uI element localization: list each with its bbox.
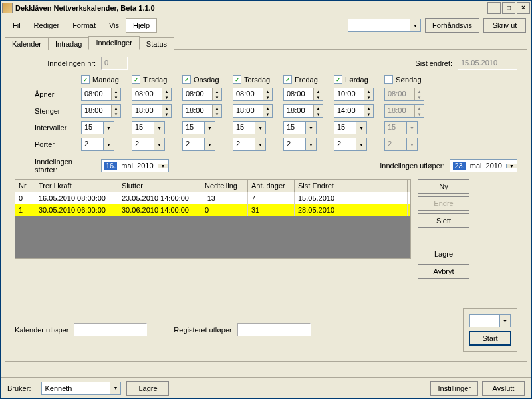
kalender-utloper-field[interactable] (74, 323, 147, 336)
apner-tue[interactable]: 08:00▲▼ (132, 88, 172, 101)
statusbar: Bruker: Kenneth Lagre Instillinger Avslu… (1, 377, 531, 398)
maximize-button[interactable]: □ (502, 2, 515, 14)
status-lagre-button[interactable]: Lagre (126, 381, 169, 396)
minimize-button[interactable]: _ (487, 2, 501, 14)
menu-rediger[interactable]: Rediger (27, 19, 66, 32)
start-label: Inndelingen starter: (15, 158, 101, 174)
menubar: Fil Rediger Format Vis Hjelp Forhåndsvis… (1, 15, 531, 35)
schedule-table[interactable]: Nr Trer i kraft Slutter Nedtelling Ant. … (15, 179, 411, 259)
porter-label: Porter (15, 140, 81, 148)
lagre-button[interactable]: Lagre (418, 247, 469, 261)
intervaller-label: Intervaller (15, 124, 81, 132)
apner-mon[interactable]: 08:00▲▼ (81, 88, 121, 101)
apner-wed[interactable]: 08:00▲▼ (182, 88, 222, 101)
chevron-down-icon (506, 164, 517, 168)
port-thu[interactable]: 2 (233, 138, 266, 151)
instillinger-button[interactable]: Instillinger (430, 381, 478, 396)
bruker-label: Bruker: (7, 384, 36, 392)
day-fri[interactable]: ✓Fredag (283, 75, 334, 84)
apner-thu[interactable]: 08:00▲▼ (233, 88, 273, 101)
port-sun: 2 (384, 138, 418, 151)
stenger-sat[interactable]: 14:00▲▼ (334, 104, 374, 118)
port-tue[interactable]: 2 (132, 138, 165, 151)
day-sat[interactable]: ✓Lørdag (334, 75, 384, 84)
menu-fil[interactable]: Fil (6, 19, 27, 32)
avbryt-button[interactable]: Avbryt (418, 264, 469, 279)
tab-panel: Inndelingen nr: 0 Sist endret: 15.05.201… (5, 49, 527, 362)
table-row[interactable]: 1 30.05.2010 06:00:00 30.06.2010 14:00:0… (15, 204, 410, 216)
table-row[interactable]: 0 16.05.2010 08:00:00 23.05.2010 14:00:0… (15, 192, 410, 204)
top-combo[interactable] (348, 19, 421, 32)
chevron-down-icon (410, 19, 420, 31)
stenger-thu[interactable]: 18:00▲▼ (233, 104, 273, 118)
int-thu[interactable]: 15 (233, 121, 266, 134)
stenger-wed[interactable]: 18:00▲▼ (182, 104, 222, 118)
stenger-mon[interactable]: 18:00▲▼ (81, 104, 121, 118)
int-sat[interactable]: 15 (334, 121, 367, 134)
inndnr-field: 0 (101, 57, 128, 70)
ny-button[interactable]: Ny (418, 179, 469, 194)
day-wed[interactable]: ✓Onsdag (182, 75, 233, 84)
check-icon: ✓ (182, 75, 191, 84)
stenger-sun: 18:00▲▼ (384, 104, 424, 118)
preview-button[interactable]: Forhåndsvis (425, 18, 479, 33)
port-sat[interactable]: 2 (334, 138, 367, 151)
port-wed[interactable]: 2 (182, 138, 215, 151)
stenger-label: Stenger (15, 107, 81, 115)
app-icon (2, 3, 13, 13)
close-button[interactable]: × (517, 2, 530, 14)
titlebar: Dekklåven Nettverkskalender, Beta 1.1.0 … (1, 1, 531, 15)
slett-button[interactable]: Slett (418, 213, 469, 228)
day-tue[interactable]: ✓Tirsdag (132, 75, 182, 84)
sistendret-label: Sist endret: (415, 59, 458, 67)
tab-intradag[interactable]: Intradag (48, 37, 89, 50)
register-utloper-field[interactable] (237, 323, 311, 336)
apner-fri[interactable]: 08:00▲▼ (283, 88, 323, 101)
endre-button: Endre (418, 196, 469, 211)
start-button[interactable]: Start (469, 331, 511, 346)
bruker-combo[interactable]: Kenneth (41, 382, 121, 395)
tab-inndelinger[interactable]: Inndelinger (88, 36, 139, 50)
check-icon: ✓ (233, 75, 241, 84)
apner-sat[interactable]: 10:00▲▼ (334, 88, 374, 101)
avslutt-button[interactable]: Avslutt (482, 381, 525, 396)
tab-status[interactable]: Status (139, 37, 174, 50)
th-trer[interactable]: Trer i kraft (35, 180, 118, 192)
start-box: Start (463, 308, 517, 352)
register-utloper-label: Registeret utløper (174, 326, 237, 334)
port-fri[interactable]: 2 (283, 138, 317, 151)
port-mon[interactable]: 2 (81, 138, 114, 151)
int-fri[interactable]: 15 (283, 121, 317, 134)
int-wed[interactable]: 15 (182, 121, 215, 134)
th-ant[interactable]: Ant. dager (248, 180, 295, 192)
day-sun[interactable]: Søndag (384, 75, 435, 84)
int-sun: 15 (384, 121, 418, 134)
menu-vis[interactable]: Vis (102, 19, 126, 32)
th-sist[interactable]: Sist Endret (295, 180, 408, 192)
int-tue[interactable]: 15 (132, 121, 165, 134)
stenger-tue[interactable]: 18:00▲▼ (132, 104, 172, 118)
end-date[interactable]: 23. mai 2010 (450, 159, 517, 172)
check-icon: ✓ (81, 75, 90, 84)
th-slutter[interactable]: Slutter (118, 180, 201, 192)
th-ned[interactable]: Nedtelling (201, 180, 248, 192)
app-window: Dekklåven Nettverkskalender, Beta 1.1.0 … (0, 0, 532, 399)
int-mon[interactable]: 15 (81, 121, 114, 134)
day-mon[interactable]: ✓Mandag (81, 75, 132, 84)
menu-format[interactable]: Format (66, 19, 102, 32)
check-icon (384, 75, 393, 84)
tab-kalender[interactable]: Kalender (5, 37, 49, 50)
print-button[interactable]: Skriv ut (483, 18, 526, 33)
end-label: Inndelingen utløper: (380, 162, 450, 170)
menu-hjelp[interactable]: Hjelp (126, 18, 157, 33)
chevron-down-icon (110, 382, 120, 394)
apner-sun: 08:00▲▼ (384, 88, 424, 101)
start-date[interactable]: 16. mai 2010 (101, 159, 169, 172)
kalender-utloper-label: Kalender utløper (15, 326, 74, 334)
check-icon: ✓ (283, 75, 292, 84)
start-combo[interactable] (469, 314, 511, 327)
stenger-fri[interactable]: 18:00▲▼ (283, 104, 323, 118)
day-thu[interactable]: ✓Torsdag (233, 75, 283, 84)
check-icon: ✓ (334, 75, 342, 84)
th-nr[interactable]: Nr (15, 180, 35, 192)
